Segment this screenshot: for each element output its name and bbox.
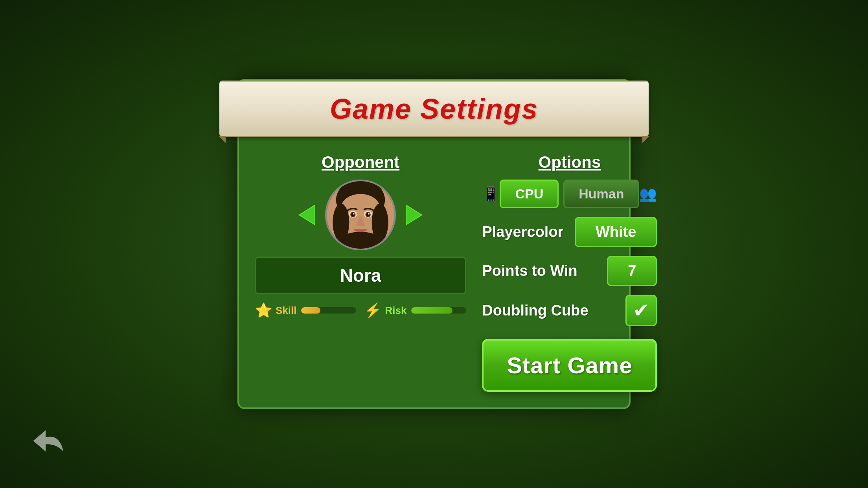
doubling-cube-label: Doubling Cube [482,302,588,319]
options-panel: Options 📱 CPU Human 👥 Playercolor White … [482,153,657,392]
points-to-win-label: Points to Win [482,262,577,279]
skill-icon: ⭐ [255,302,272,319]
points-to-win-row: Points to Win 7 [482,256,657,286]
next-opponent-button[interactable] [402,203,426,227]
doubling-cube-checkbox[interactable]: ✔ [625,295,657,326]
cpu-icon: 📱 [482,186,500,202]
checkmark-icon: ✔ [633,299,649,322]
points-to-win-button[interactable]: 7 [607,256,657,286]
human-button[interactable]: Human [563,180,639,208]
opponent-avatar [325,180,396,250]
svg-point-11 [353,213,355,215]
avatar-row [255,180,466,250]
skill-bar-track [301,307,356,314]
risk-icon: ⚡ [364,302,382,319]
opponent-name: Nora [340,265,381,286]
dialog-header: Game Settings [219,81,648,137]
playercolor-button[interactable]: White [575,217,657,247]
playercolor-label: Playercolor [482,224,563,240]
prev-opponent-button[interactable] [295,203,319,227]
svg-point-12 [368,213,370,215]
risk-group: ⚡ Risk [364,302,466,319]
risk-bar-track [411,307,466,314]
opponent-type-toggle: CPU Human [500,180,639,208]
start-game-button[interactable]: Start Game [482,339,657,392]
opponent-panel: Opponent [255,153,466,392]
opponent-section-title: Opponent [255,153,466,172]
playercolor-row: Playercolor White [482,217,657,247]
svg-marker-0 [299,205,315,225]
skill-group: ⭐ Skill [255,302,356,319]
doubling-cube-row: Doubling Cube ✔ [482,295,657,326]
cpu-button[interactable]: CPU [500,180,559,208]
opponent-name-box: Nora [255,257,466,294]
risk-bar-fill [411,307,452,314]
risk-label: Risk [385,305,406,317]
dialog-title: Game Settings [330,93,538,125]
game-settings-dialog: Game Settings Opponent [237,79,631,409]
stats-row: ⭐ Skill ⚡ Risk [255,302,466,319]
skill-bar-fill [301,307,320,314]
human-icon: 👥 [639,186,657,202]
svg-marker-16 [406,205,422,225]
opponent-type-row: 📱 CPU Human 👥 [482,180,657,208]
back-button[interactable] [31,425,67,457]
options-section-title: Options [482,153,657,172]
skill-label: Skill [276,305,296,317]
